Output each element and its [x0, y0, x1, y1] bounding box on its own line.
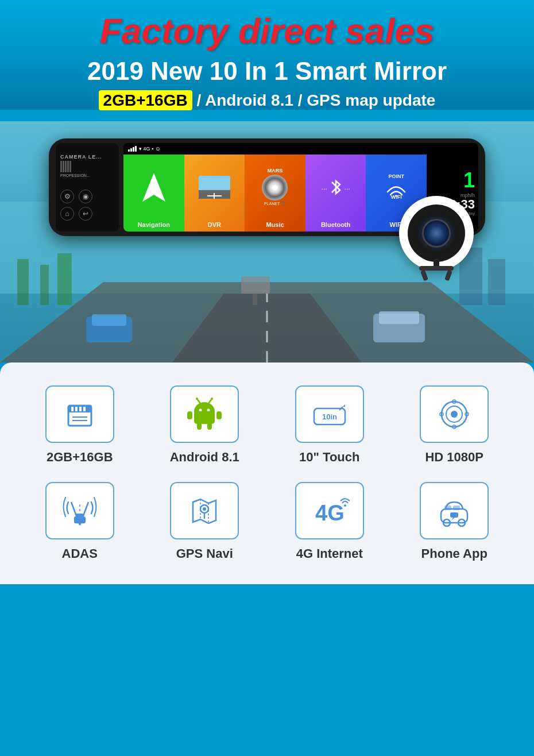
- svg-marker-15: [142, 173, 165, 202]
- phone-icon-box: [420, 482, 489, 539]
- nav-icon: [142, 155, 165, 220]
- phone-app-label: Phone App: [421, 546, 487, 561]
- svg-rect-42: [207, 423, 212, 430]
- svg-point-66: [344, 504, 346, 507]
- svg-rect-6: [57, 253, 72, 305]
- svg-rect-29: [79, 407, 82, 411]
- film-strip: [60, 161, 102, 172]
- feature-android: Android 8.1: [148, 385, 262, 465]
- camera-body: [408, 205, 465, 262]
- svg-rect-40: [194, 411, 215, 424]
- android-icon-box: [170, 385, 239, 443]
- svg-rect-43: [187, 411, 192, 419]
- speed-value: 1: [463, 168, 475, 192]
- touch-icon-box: 10in: [295, 385, 364, 443]
- top-section: Factory direct sales 2019 New 10 In 1 Sm…: [0, 0, 534, 110]
- svg-rect-8: [488, 259, 505, 305]
- svg-rect-59: [76, 514, 84, 518]
- svg-point-37: [196, 398, 198, 400]
- car-area: CAMERA LE... PROFESSION... ⚙ ◉: [0, 121, 534, 362]
- 4g-icon: 4G: [309, 491, 350, 531]
- music-label: Music: [266, 221, 284, 228]
- bluetooth-label: Bluetooth: [321, 221, 350, 228]
- svg-rect-72: [450, 512, 458, 518]
- 4g-label: 4G Internet: [296, 546, 363, 561]
- screen-icon: 10in: [309, 394, 350, 434]
- features-section: 2GB+16GB: [0, 362, 534, 584]
- wifi-icon: POINT WIFI: [385, 155, 408, 220]
- left-icons: ⚙ ◉ ⌂ ↩: [60, 190, 92, 221]
- left-control-panel: CAMERA LE... PROFESSION... ⚙ ◉: [56, 143, 119, 232]
- svg-rect-44: [216, 411, 222, 419]
- svg-rect-24: [444, 270, 452, 281]
- settings-icon[interactable]: ⚙: [60, 190, 74, 203]
- specs-line: 2GB+16GB / Android 8.1 / GPS map update: [23, 91, 511, 110]
- svg-rect-41: [197, 423, 202, 430]
- feature-gps: GPS Navi: [148, 482, 262, 561]
- navigation-tile[interactable]: Navigation: [123, 155, 184, 232]
- gps-icon: [184, 491, 225, 531]
- storage-icon-box: [45, 385, 114, 443]
- feature-phone: Phone App: [398, 482, 512, 561]
- svg-rect-27: [71, 407, 73, 411]
- hd-icon-box: [420, 385, 489, 443]
- mirror-device: CAMERA LE... PROFESSION... ⚙ ◉: [49, 138, 485, 253]
- gps-icon-box: [170, 482, 239, 539]
- specs-highlight: 2GB+16GB: [99, 90, 192, 110]
- music-tile[interactable]: MARS PLANET 🎵 Music: [245, 155, 305, 232]
- svg-marker-73: [451, 518, 455, 520]
- camera-icon[interactable]: ◉: [79, 190, 92, 203]
- signal-bars: [128, 146, 137, 152]
- sub-headline: 2019 New 10 In 1 Smart Mirror: [23, 56, 511, 87]
- 4g-icon-box: 4G: [295, 482, 364, 539]
- music-disc: [262, 175, 288, 200]
- svg-point-63: [203, 507, 206, 511]
- svg-point-39: [211, 398, 213, 400]
- status-bar: ▾ 4G ▪ ⊙: [123, 143, 478, 155]
- storage-label: 2GB+16GB: [47, 450, 113, 465]
- svg-point-50: [451, 411, 458, 418]
- camera-mount-svg: [413, 259, 459, 282]
- bluetooth-icon: ... ...: [322, 155, 350, 220]
- adas-icon-box: [45, 482, 114, 539]
- bluetooth-tile[interactable]: ... ... Bluetooth: [305, 155, 366, 232]
- phone-app-icon: [434, 491, 474, 531]
- specs-rest: / Android 8.1 / GPS map update: [192, 91, 436, 109]
- svg-rect-16: [199, 176, 230, 190]
- feature-storage: 2GB+16GB: [23, 385, 137, 465]
- navigation-label: Navigation: [138, 221, 170, 228]
- home-icon[interactable]: ⌂: [60, 207, 74, 221]
- dvr-tile[interactable]: DVR: [184, 155, 245, 232]
- back-icon[interactable]: ↩: [79, 207, 92, 221]
- adas-icon: [60, 491, 100, 531]
- svg-text:4G: 4G: [315, 501, 345, 525]
- svg-rect-22: [419, 266, 454, 271]
- svg-point-35: [207, 408, 210, 411]
- svg-rect-68: [444, 506, 451, 510]
- camera-label2: PROFESSION...: [60, 173, 102, 178]
- feature-hd: HD 1080P: [398, 385, 512, 465]
- svg-rect-28: [75, 407, 78, 411]
- svg-rect-10: [92, 314, 126, 326]
- svg-text:10in: 10in: [322, 412, 337, 421]
- camera-label: CAMERA LE...: [60, 154, 102, 160]
- adas-label: ADAS: [62, 546, 98, 561]
- gps-label: GPS Navi: [176, 546, 233, 561]
- android-label: Android 8.1: [170, 450, 239, 465]
- svg-rect-13: [241, 276, 270, 294]
- feature-touch: 10in 10" Touch: [273, 385, 386, 465]
- svg-rect-12: [379, 311, 419, 324]
- feature-adas: ADAS: [23, 482, 137, 561]
- hd-label: HD 1080P: [425, 450, 483, 465]
- android-icon: [184, 394, 225, 434]
- touch-label: 10" Touch: [299, 450, 359, 465]
- svg-rect-5: [40, 265, 49, 305]
- hd-camera-icon: [434, 394, 474, 434]
- sd-card-icon: [60, 394, 100, 434]
- feature-4g: 4G 4G Internet: [273, 482, 386, 561]
- svg-rect-14: [253, 294, 257, 305]
- camera-lens: [422, 219, 451, 248]
- svg-point-34: [199, 408, 202, 411]
- svg-rect-30: [83, 407, 86, 411]
- rear-camera: [399, 196, 474, 271]
